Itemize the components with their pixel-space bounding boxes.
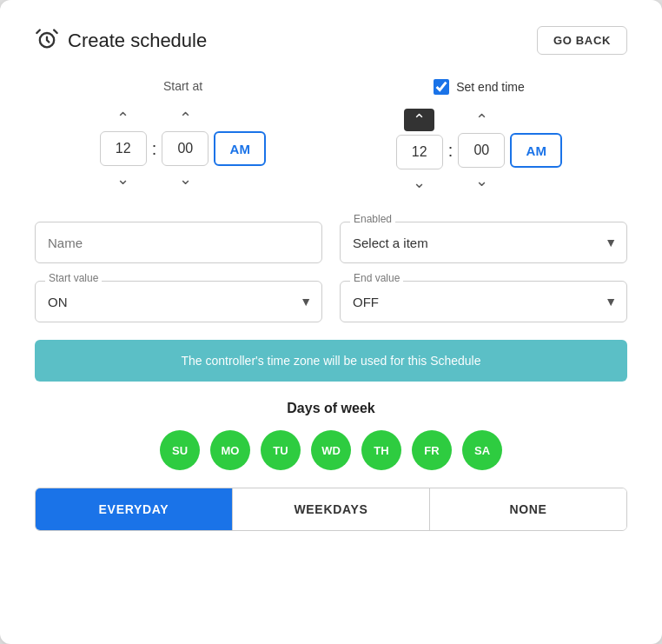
header-left: Create schedule — [35, 27, 207, 55]
go-back-button[interactable]: GO BACK — [537, 26, 627, 55]
set-end-time-row: Set end time — [434, 79, 525, 95]
enabled-select-wrapper: Select a item Yes No ▼ — [340, 222, 627, 263]
enabled-select[interactable]: Select a item Yes No — [340, 222, 627, 263]
end-minute-up-button[interactable]: ⌃ — [468, 110, 495, 129]
start-minute-input[interactable] — [162, 131, 209, 166]
days-title: Days of week — [35, 401, 627, 416]
end-time-controls: ⌃ ⌄ : ⌃ ⌄ AM — [396, 103, 563, 197]
set-end-time-checkbox[interactable] — [434, 79, 449, 95]
day-th[interactable]: TH — [361, 430, 401, 470]
start-hour-col: ⌃ ⌄ — [100, 109, 147, 189]
none-button[interactable]: NONE — [430, 488, 626, 530]
start-hour-up-button[interactable]: ⌃ — [109, 109, 136, 128]
preset-row: EVERYDAY WEEKDAYS NONE — [35, 488, 627, 531]
end-time-separator: : — [448, 141, 453, 161]
end-ampm-col: AM — [510, 103, 562, 197]
end-hour-up-button[interactable]: ⌃ — [404, 109, 434, 131]
set-end-time-label: Set end time — [456, 80, 525, 94]
day-wd[interactable]: WD — [311, 430, 351, 470]
enabled-group: Enabled Select a item Yes No ▼ — [340, 222, 627, 263]
start-ampm-button[interactable]: AM — [214, 131, 266, 166]
end-value-group: End value ON OFF ▼ — [340, 281, 627, 322]
time-section: Start at ⌃ ⌄ : ⌃ ⌄ AM — [35, 79, 627, 197]
start-hour-down-button[interactable]: ⌄ — [109, 169, 136, 189]
name-group — [35, 222, 322, 263]
day-tu[interactable]: TU — [261, 430, 301, 470]
day-fr[interactable]: FR — [412, 430, 452, 470]
day-sa[interactable]: SA — [462, 430, 502, 470]
enabled-label: Enabled — [350, 213, 395, 225]
create-schedule-card: Create schedule GO BACK Start at ⌃ ⌄ : ⌃… — [0, 0, 662, 644]
start-hour-input[interactable] — [100, 131, 147, 166]
svg-line-1 — [36, 30, 40, 33]
info-banner: The controller's time zone will be used … — [35, 340, 627, 382]
start-value-label: Start value — [45, 272, 102, 284]
start-ampm-col: AM — [214, 102, 266, 196]
value-row: Start value ON OFF ▼ End value ON OFF ▼ — [35, 281, 627, 322]
start-value-select[interactable]: ON OFF — [35, 281, 322, 322]
start-value-group: Start value ON OFF ▼ — [35, 281, 322, 322]
end-minute-input[interactable] — [458, 133, 505, 168]
days-section: Days of week SU MO TU WD TH FR SA EVERYD… — [35, 401, 627, 531]
end-value-label: End value — [350, 272, 403, 284]
end-value-select[interactable]: ON OFF — [340, 281, 627, 322]
end-time-block: Set end time ⌃ ⌄ : ⌃ ⌄ AM — [396, 79, 563, 197]
weekdays-button[interactable]: WEEKDAYS — [233, 488, 430, 530]
page-title: Create schedule — [68, 30, 207, 52]
header: Create schedule GO BACK — [35, 26, 627, 55]
start-minute-col: ⌃ ⌄ — [162, 109, 209, 189]
end-value-wrapper: ON OFF ▼ — [340, 281, 627, 322]
start-minute-down-button[interactable]: ⌄ — [172, 169, 199, 189]
alarm-icon — [35, 27, 59, 55]
day-su[interactable]: SU — [160, 430, 200, 470]
end-minute-down-button[interactable]: ⌄ — [468, 171, 495, 190]
start-value-wrapper: ON OFF ▼ — [35, 281, 322, 322]
end-hour-input[interactable] — [396, 135, 443, 169]
svg-line-2 — [54, 30, 57, 33]
end-hour-col: ⌃ ⌄ — [396, 109, 443, 192]
start-minute-up-button[interactable]: ⌃ — [172, 109, 199, 128]
end-hour-down-button[interactable]: ⌄ — [406, 173, 433, 192]
start-time-separator: : — [152, 139, 157, 159]
start-time-block: Start at ⌃ ⌄ : ⌃ ⌄ AM — [100, 79, 267, 196]
name-enabled-row: Enabled Select a item Yes No ▼ — [35, 222, 627, 263]
end-minute-col: ⌃ ⌄ — [458, 110, 505, 190]
start-time-controls: ⌃ ⌄ : ⌃ ⌄ AM — [100, 102, 267, 196]
day-mo[interactable]: MO — [210, 430, 250, 470]
name-input[interactable] — [35, 222, 322, 263]
everyday-button[interactable]: EVERYDAY — [36, 488, 233, 530]
days-row: SU MO TU WD TH FR SA — [35, 430, 627, 470]
end-ampm-button[interactable]: AM — [510, 133, 562, 168]
start-time-label: Start at — [163, 79, 202, 93]
